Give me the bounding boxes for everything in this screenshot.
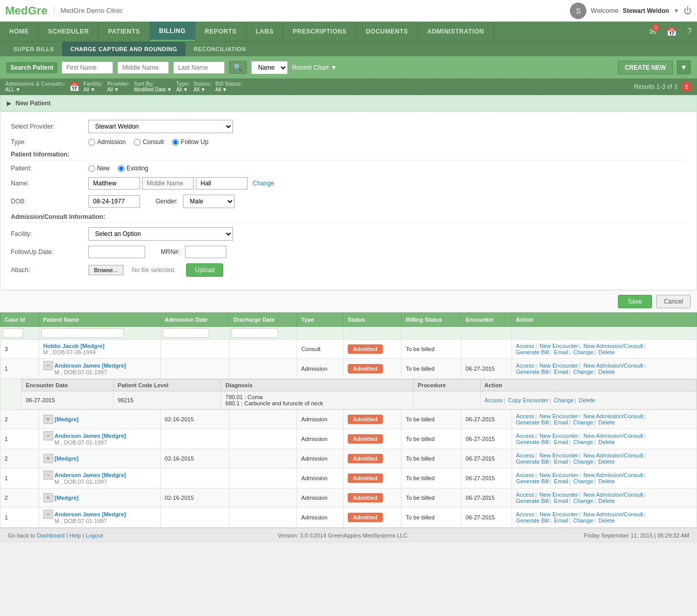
sub-delete-link[interactable]: Delete bbox=[579, 397, 595, 403]
patient-link[interactable]: Anderson James [Medgre] bbox=[55, 433, 126, 439]
new-admission-link[interactable]: New Admission/Consult bbox=[583, 433, 643, 439]
calendar-icon[interactable]: 📅 bbox=[69, 82, 80, 92]
generate-bill-link[interactable]: Generate Bill bbox=[516, 459, 549, 465]
generate-bill-link[interactable]: Generate Bill bbox=[516, 369, 549, 375]
search-middlename-input[interactable] bbox=[117, 61, 169, 74]
nav-item-home[interactable]: HOME bbox=[0, 22, 39, 41]
new-encounter-link[interactable]: New Encounter bbox=[539, 492, 578, 498]
delete-link[interactable]: Delete bbox=[598, 459, 615, 465]
access-link[interactable]: Access bbox=[516, 413, 534, 419]
access-link[interactable]: Access bbox=[516, 433, 534, 439]
middle-name-input[interactable] bbox=[142, 177, 194, 189]
browse-button[interactable]: Browse... bbox=[88, 265, 123, 275]
expand-button[interactable]: − bbox=[43, 361, 53, 370]
nav-item-reports[interactable]: REPORTS bbox=[195, 22, 246, 41]
email-link[interactable]: Email bbox=[554, 478, 568, 484]
access-link[interactable]: Access bbox=[516, 511, 534, 517]
search-firstname-input[interactable] bbox=[61, 61, 113, 74]
new-admission-link[interactable]: New Admission/Consult bbox=[583, 492, 643, 498]
access-link[interactable]: Access bbox=[516, 452, 534, 459]
change-link-action[interactable]: Change bbox=[574, 478, 594, 484]
new-encounter-link[interactable]: New Encounter bbox=[539, 413, 578, 419]
upload-button[interactable]: Upload bbox=[186, 263, 223, 277]
copy-encounter-link[interactable]: Copy Encounter bbox=[508, 397, 549, 403]
access-link[interactable]: Access bbox=[516, 492, 534, 498]
radio-consult-input[interactable] bbox=[134, 139, 141, 146]
access-link[interactable]: Access bbox=[516, 343, 534, 349]
patient-link[interactable]: Anderson James [Medgre] bbox=[55, 511, 126, 517]
radio-admission-input[interactable] bbox=[88, 139, 95, 146]
sub-nav-item-reconciliation[interactable]: Reconciliation bbox=[185, 42, 254, 56]
filter-admission[interactable] bbox=[163, 328, 209, 338]
email-link[interactable]: Email bbox=[554, 419, 568, 425]
nav-item-administration[interactable]: ADMINISTRATION bbox=[418, 22, 494, 41]
change-link-action[interactable]: Change bbox=[574, 349, 594, 355]
chevron-down-icon[interactable]: ▼ bbox=[673, 7, 679, 14]
recent-chart-button[interactable]: Recent Chart ▼ bbox=[292, 64, 337, 71]
change-link-action[interactable]: Change bbox=[574, 517, 594, 524]
expand-button[interactable]: + bbox=[43, 454, 53, 463]
facility-select[interactable]: Select an Option bbox=[88, 227, 233, 241]
email-link[interactable]: Email bbox=[554, 369, 568, 375]
radio-new-input[interactable] bbox=[88, 165, 95, 172]
filter-case-id[interactable] bbox=[3, 328, 23, 338]
patient-link[interactable]: Hobbs Jacob [Medgre] bbox=[43, 343, 105, 349]
patient-link[interactable]: Anderson James [Medgre] bbox=[55, 472, 126, 478]
delete-link[interactable]: Delete bbox=[598, 369, 615, 375]
new-encounter-link[interactable]: New Encounter bbox=[539, 343, 578, 349]
filter-discharge[interactable] bbox=[231, 328, 278, 338]
new-admission-link[interactable]: New Admission/Consult bbox=[583, 472, 643, 478]
last-name-input[interactable] bbox=[196, 177, 247, 189]
mrn-input[interactable] bbox=[185, 246, 226, 258]
patient-link[interactable]: Anderson James [Medgre] bbox=[55, 362, 126, 369]
provider-value[interactable]: All ▼ bbox=[107, 87, 130, 92]
new-patient-header[interactable]: ▶ New Patient bbox=[0, 95, 697, 112]
first-name-input[interactable] bbox=[88, 177, 140, 189]
expand-button[interactable]: − bbox=[43, 510, 53, 519]
expand-button[interactable]: + bbox=[43, 493, 53, 502]
email-link[interactable]: Email bbox=[554, 517, 568, 524]
create-new-dropdown-button[interactable]: ▼ bbox=[677, 60, 691, 74]
access-link[interactable]: Access bbox=[516, 472, 534, 478]
search-lastname-input[interactable] bbox=[173, 61, 225, 74]
sub-access-link[interactable]: Access bbox=[485, 397, 503, 403]
radio-existing-input[interactable] bbox=[118, 165, 125, 172]
nav-item-prescriptions[interactable]: PRESCRIPTIONS bbox=[283, 22, 357, 41]
access-link[interactable]: Access bbox=[516, 362, 534, 369]
patient-link[interactable]: [Medgre] bbox=[55, 455, 79, 462]
status-value[interactable]: All ▼ bbox=[194, 87, 211, 92]
nav-item-patients[interactable]: PATIENTS bbox=[99, 22, 150, 41]
email-link[interactable]: Email bbox=[554, 459, 568, 465]
nav-item-documents[interactable]: DOCUMENTS bbox=[357, 22, 418, 41]
patient-link[interactable]: [Medgre] bbox=[55, 495, 79, 501]
new-admission-link[interactable]: New Admission/Consult bbox=[583, 511, 643, 517]
power-icon[interactable]: ⏻ bbox=[684, 6, 692, 15]
new-admission-link[interactable]: New Admission/Consult bbox=[583, 343, 643, 349]
delete-link[interactable]: Delete bbox=[598, 517, 615, 524]
new-encounter-link[interactable]: New Encounter bbox=[539, 433, 578, 439]
new-admission-link[interactable]: New Admission/Consult bbox=[583, 413, 643, 419]
create-new-button[interactable]: CREATE NEW bbox=[618, 61, 673, 74]
change-link[interactable]: Change bbox=[253, 180, 274, 187]
change-link-action[interactable]: Change bbox=[574, 369, 594, 375]
calendar-button[interactable]: 📅 bbox=[661, 22, 682, 41]
search-type-select[interactable]: Name DOB ID bbox=[251, 61, 288, 74]
new-admission-link[interactable]: New Admission/Consult bbox=[583, 452, 643, 459]
dob-input[interactable] bbox=[88, 195, 140, 208]
new-encounter-link[interactable]: New Encounter bbox=[539, 511, 578, 517]
delete-link[interactable]: Delete bbox=[598, 478, 615, 484]
new-encounter-link[interactable]: New Encounter bbox=[539, 452, 578, 459]
nav-item-scheduler[interactable]: SCHEDULER bbox=[39, 22, 99, 41]
change-link-action[interactable]: Change bbox=[574, 459, 594, 465]
new-admission-link[interactable]: New Admission/Consult bbox=[583, 362, 643, 369]
expand-button[interactable]: + bbox=[43, 415, 53, 424]
delete-link[interactable]: Delete bbox=[598, 349, 615, 355]
generate-bill-link[interactable]: Generate Bill bbox=[516, 498, 549, 504]
gender-select[interactable]: Male Female bbox=[183, 195, 235, 208]
expand-button[interactable]: − bbox=[43, 431, 53, 440]
expand-button[interactable]: − bbox=[43, 470, 53, 480]
delete-link[interactable]: Delete bbox=[598, 439, 615, 445]
generate-bill-link[interactable]: Generate Bill bbox=[516, 478, 549, 484]
nav-item-billing[interactable]: BILLING bbox=[150, 22, 196, 41]
followup-date-input[interactable] bbox=[88, 246, 145, 258]
